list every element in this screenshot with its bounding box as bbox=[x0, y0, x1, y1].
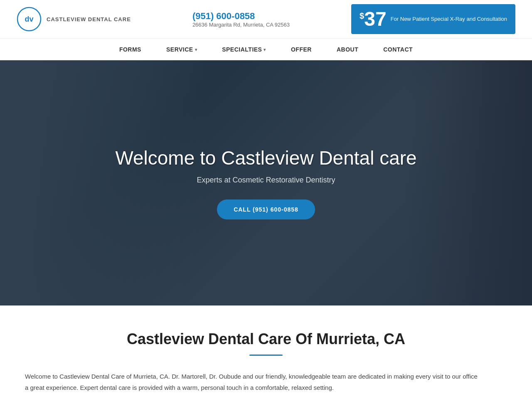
section-divider bbox=[249, 355, 283, 356]
main-content: Castleview Dental Care Of Murrieta, CA W… bbox=[0, 305, 532, 399]
nav-service[interactable]: SERVICE ▾ bbox=[162, 39, 201, 60]
promo-price: $37 bbox=[360, 9, 387, 29]
phone-number[interactable]: (951) 600-0858 bbox=[192, 11, 290, 22]
address: 26636 Margarita Rd, Murrieta, CA 92563 bbox=[192, 22, 290, 28]
promo-currency: $ bbox=[360, 11, 364, 20]
header: dv Castleview Dental Care (951) 600-0858… bbox=[0, 0, 532, 38]
hero-subtitle: Experts at Cosmetic Restorative Dentistr… bbox=[115, 176, 416, 185]
nav-about[interactable]: ABOUT bbox=[332, 39, 362, 60]
logo-icon: dv bbox=[17, 7, 42, 32]
logo-area: dv Castleview Dental Care bbox=[17, 7, 131, 32]
nav-forms[interactable]: FORMS bbox=[115, 39, 145, 60]
hero-cta-button[interactable]: CALL (951) 600-0858 bbox=[217, 200, 315, 219]
nav-offer[interactable]: OFFER bbox=[287, 39, 316, 60]
nav-specialties[interactable]: SPECIALTIES ▾ bbox=[218, 39, 270, 60]
contact-info: (951) 600-0858 26636 Margarita Rd, Murri… bbox=[192, 11, 290, 28]
hero-title: Welcome to Castleview Dental care bbox=[115, 147, 416, 169]
svg-text:dv: dv bbox=[25, 15, 33, 23]
promo-amount: 37 bbox=[364, 8, 386, 30]
nav-contact[interactable]: CONTACT bbox=[379, 39, 417, 60]
section-title: Castleview Dental Care Of Murrieta, CA bbox=[25, 330, 507, 348]
logo-text: Castleview Dental Care bbox=[47, 16, 131, 22]
hero-content: Welcome to Castleview Dental care Expert… bbox=[115, 147, 416, 219]
main-nav: FORMS SERVICE ▾ SPECIALTIES ▾ OFFER ABOU… bbox=[0, 38, 532, 60]
chevron-down-icon: ▾ bbox=[264, 47, 266, 52]
promo-description: For New Patient Special X-Ray and Consul… bbox=[391, 15, 507, 23]
chevron-down-icon: ▾ bbox=[195, 47, 197, 52]
paragraph-1: Welcome to Castleview Dental Care of Mur… bbox=[25, 371, 482, 393]
promo-badge[interactable]: $37 For New Patient Special X-Ray and Co… bbox=[351, 4, 515, 34]
hero-section: Welcome to Castleview Dental care Expert… bbox=[0, 60, 532, 305]
